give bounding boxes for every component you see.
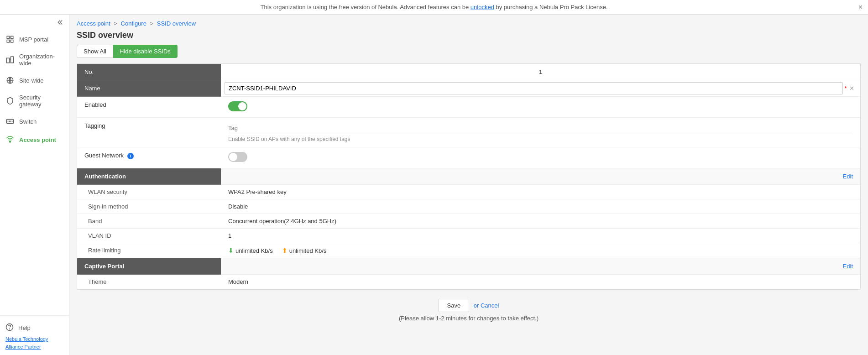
sidebar-item-switch[interactable]: Switch [0,112,69,131]
name-clear-button[interactable]: × [847,84,857,93]
band-value: Concurrent operation(2.4GHz and 5GHz) [221,214,860,229]
sidebar-label-site-wide: Site-wide [19,77,43,84]
enabled-header: Enabled [77,97,221,118]
sidebar-label-access-point: Access point [19,136,56,143]
breadcrumb-current: SSID overview [157,20,196,27]
sidebar-item-msp-portal[interactable]: MSP portal [0,30,69,48]
captive-portal-edit-cell: Edit [221,258,860,275]
breadcrumb: Access point > Configure > SSID overview [69,15,868,29]
sign-in-value: Disable [221,199,860,214]
band-row: Band Concurrent operation(2.4GHz and 5GH… [77,214,860,229]
theme-row: Theme Modern [77,275,860,289]
sidebar-label-organization-wide: Organization-wide [19,53,63,67]
ssid-toggle-buttons: Show All Hide disable SSIDs [69,45,868,63]
rate-down: ⬇ unlimited Kb/s [228,247,273,254]
authentication-edit-cell: Edit [221,168,860,185]
band-label: Band [77,214,221,229]
org-icon [5,55,15,64]
sign-in-label: Sign-in method [77,199,221,214]
tagging-value: Enable SSID on APs with any of the speci… [221,118,860,147]
guest-network-info-icon[interactable]: i [127,153,134,159]
rate-limiting-value: ⬇ unlimited Kb/s ⬆ unlimited Kb/s [221,243,860,258]
authentication-edit-link[interactable]: Edit [843,173,853,180]
sidebar-label-security-gateway: Security gateway [19,94,63,108]
rate-down-value: unlimited Kb/s [235,247,273,254]
help-label: Help [18,324,31,331]
name-row: Name * × [77,80,860,97]
name-value-cell: * × [221,80,860,97]
wlan-security-label: WLAN security [77,185,221,199]
upload-icon: ⬆ [282,247,288,254]
guest-network-header: Guest Network i [77,147,221,168]
rate-limiting-row: Rate limiting ⬇ unlimited Kb/s ⬆ unlimit… [77,243,860,258]
show-all-button[interactable]: Show All [77,45,113,58]
sidebar-bottom: Help Nebula Technology Alliance Partner [0,315,69,355]
sidebar-label-msp-portal: MSP portal [19,36,48,43]
tagging-row: Tagging Enable SSID on APs with any of t… [77,118,860,147]
banner-link[interactable]: unlocked [471,4,494,10]
breadcrumb-access-point[interactable]: Access point [77,20,110,27]
tag-input[interactable] [228,122,853,134]
page-title: SSID overview [69,29,868,45]
hide-disabled-button[interactable]: Hide disable SSIDs [113,45,178,58]
svg-rect-0 [7,36,9,38]
switch-icon [5,117,15,126]
sidebar-item-access-point[interactable]: Access point [0,131,69,149]
save-note: (Please allow 1-2 minutes for changes to… [78,315,859,322]
banner-close-button[interactable]: × [858,3,863,11]
guest-network-row: Guest Network i [77,147,860,168]
site-icon [5,76,15,85]
content-area: Access point > Configure > SSID overview… [69,15,868,355]
sidebar-label-switch: Switch [19,118,37,125]
save-button[interactable]: Save [439,299,470,312]
authentication-section: Authentication Edit [77,168,860,185]
no-value: 1 [221,64,860,80]
ap-icon [5,135,15,144]
sidebar-collapse-button[interactable] [0,15,69,30]
theme-label: Theme [77,275,221,289]
grid-icon [5,35,15,44]
sidebar-item-help[interactable]: Help [5,320,63,335]
captive-portal-section: Captive Portal Edit [77,258,860,275]
banner-text: This organization is using the free vers… [261,4,608,10]
tagging-header: Tagging [77,118,221,147]
vlan-id-label: VLAN ID [77,229,221,243]
rate-up: ⬆ unlimited Kb/s [282,247,327,254]
no-header: No. [77,64,221,80]
name-header: Name [77,80,221,97]
enabled-toggle[interactable] [228,101,247,111]
shield-icon [5,96,15,105]
vlan-id-value: 1 [221,229,860,243]
theme-value: Modern [221,275,860,289]
sidebar-item-organization-wide[interactable]: Organization-wide [0,48,69,71]
bottom-actions: Save or Cancel (Please allow 1-2 minutes… [69,290,868,331]
authentication-header: Authentication [77,168,221,185]
svg-rect-5 [11,57,14,63]
help-icon [5,323,14,333]
captive-portal-edit-link[interactable]: Edit [843,263,853,270]
guest-network-value [221,147,860,168]
download-icon: ⬇ [228,247,234,254]
guest-network-toggle[interactable] [228,152,247,162]
no-row: No. 1 [77,64,860,80]
enabled-row: Enabled [77,97,860,118]
rate-limiting-label: Rate limiting [77,243,221,258]
name-input[interactable] [225,82,843,94]
sidebar: MSP portal Organization-wide [0,15,69,355]
wlan-security-value: WPA2 Pre-shared key [221,185,860,199]
sign-in-row: Sign-in method Disable [77,199,860,214]
captive-portal-header: Captive Portal [77,258,221,275]
svg-rect-1 [11,36,13,38]
enabled-value [221,97,860,118]
svg-rect-2 [11,40,13,42]
vlan-id-row: VLAN ID 1 [77,229,860,243]
breadcrumb-configure[interactable]: Configure [121,20,146,27]
sidebar-item-security-gateway[interactable]: Security gateway [0,89,69,112]
rate-up-value: unlimited Kb/s [289,247,327,254]
svg-rect-4 [7,58,10,63]
svg-point-12 [10,141,11,142]
sidebar-item-site-wide[interactable]: Site-wide [0,71,69,89]
cancel-link[interactable]: or Cancel [474,302,499,309]
partner-link[interactable]: Nebula Technology Alliance Partner [5,335,63,350]
wlan-security-row: WLAN security WPA2 Pre-shared key [77,185,860,199]
